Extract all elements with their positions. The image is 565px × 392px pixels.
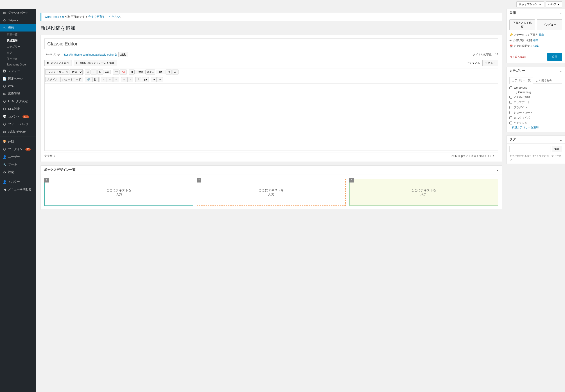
sidebar-item-media[interactable]: 🖼 メディア: [0, 67, 36, 75]
cta-icon: ⬡: [3, 84, 6, 88]
table-button[interactable]: ⊞: [129, 70, 135, 74]
help-button[interactable]: ヘルプ ▼: [546, 1, 562, 7]
add-form-button[interactable]: ☐ お問い合わせフォームを追加: [74, 60, 117, 66]
sidebar-item-feedback[interactable]: ⬡ フィードバック: [0, 120, 36, 128]
sidebar-sub-sort[interactable]: 並べ替え: [0, 56, 36, 62]
display-options-button[interactable]: 表示オプション ▼: [516, 1, 544, 7]
box-section-header[interactable]: ボックスデザイン一覧: [41, 166, 502, 174]
sidebar-item-contact[interactable]: ✉ お問い合わせ: [0, 128, 36, 136]
top-bar: 表示オプション ▼ ヘルプ ▼: [0, 0, 565, 9]
sidebar-sub-categories[interactable]: カテゴリー: [0, 44, 36, 50]
text-tab[interactable]: テキスト: [482, 60, 498, 66]
align-right-button[interactable]: ≡: [113, 77, 119, 82]
post-title-input[interactable]: [44, 39, 498, 49]
tag-add-button[interactable]: 追加: [552, 146, 562, 152]
font-color-button[interactable]: A▾: [113, 70, 120, 74]
sidebar-item-settings[interactable]: ⚙ 設定: [0, 168, 36, 176]
notice-wp-version-link[interactable]: WordPress 5.0: [44, 15, 64, 18]
editor-area[interactable]: [44, 83, 498, 151]
sidebar-item-plugins[interactable]: ⬡ プラグイン 15: [0, 145, 36, 153]
cat-tab-all[interactable]: カテゴリー一覧: [509, 77, 533, 84]
box-design-1: 1 ここにテキストを入力: [44, 178, 193, 206]
table-insert-button[interactable]: ⊞▾: [141, 77, 149, 82]
cat-label-customize: カスタマイズ: [514, 116, 530, 120]
ul-button[interactable]: ≡: [121, 77, 127, 82]
chat-button[interactable]: CHAT: [156, 70, 165, 74]
close-menu-icon: ◀: [3, 188, 6, 191]
cat-tab-popular[interactable]: よく使うもの: [533, 77, 554, 84]
unlink-button[interactable]: ⛓: [92, 77, 99, 82]
cat-label-faq: よくある質問: [514, 95, 530, 99]
sidebar-item-seo[interactable]: ⬡ SEO設定: [0, 105, 36, 113]
cat-checkbox-faq[interactable]: [509, 96, 512, 98]
visibility-edit-link[interactable]: 編集: [533, 39, 538, 42]
underline-button[interactable]: U: [97, 70, 103, 74]
font-size-select[interactable]: フォントサ...: [45, 69, 69, 75]
tag-box-header[interactable]: タグ: [507, 136, 565, 144]
publish-box-header[interactable]: 公開: [507, 9, 565, 17]
align-left-button[interactable]: ≡: [101, 77, 106, 82]
cat-checkbox-wordpress[interactable]: [509, 86, 512, 89]
sidebar-sub-posts-list[interactable]: 投稿一覧: [0, 31, 36, 38]
permalink-url[interactable]: https://jin-theme.com/manual/classic-edi…: [63, 53, 117, 56]
sidebar-item-html-tags[interactable]: ⬡ HTMLタグ設定: [0, 98, 36, 105]
category-box-header[interactable]: カテゴリー: [507, 67, 565, 75]
ol-button[interactable]: ≡: [127, 77, 133, 82]
cat-checkbox-plugin[interactable]: [509, 106, 512, 109]
sidebar-item-close-menu[interactable]: ◀ メニューを閉じる: [0, 186, 36, 193]
shortcode-dropdown[interactable]: ショートコード: [60, 77, 83, 82]
sidebar-item-pages[interactable]: 📄 固定ページ: [0, 75, 36, 83]
style-dropdown[interactable]: スタイル: [45, 77, 60, 82]
sidebar-item-cta[interactable]: ⬡ CTA: [0, 83, 36, 90]
plugins-icon: ⬡: [3, 147, 6, 151]
trash-link[interactable]: ゴミ箱へ移動: [509, 55, 526, 59]
cat-checkbox-gutenberg[interactable]: [514, 91, 517, 94]
sidebar-sub-new-post[interactable]: 新規追加: [0, 38, 36, 44]
status-edit-link[interactable]: 編集: [539, 33, 544, 37]
save-draft-button[interactable]: 下書きとして保存: [509, 19, 535, 30]
italic-button[interactable]: I: [91, 70, 97, 74]
align-center-button[interactable]: ≡: [107, 77, 113, 82]
new-category-link[interactable]: + 新規カテゴリーを追加: [509, 126, 539, 129]
add-media-button[interactable]: 🖼 メディアを追加: [44, 60, 72, 66]
sidebar-item-appearance[interactable]: 🎨 外観: [0, 138, 36, 145]
cat-checkbox-shortcode[interactable]: [509, 111, 512, 114]
cat-checkbox-update[interactable]: [509, 101, 512, 104]
paragraph-select[interactable]: 段落: [70, 69, 83, 75]
strike-button[interactable]: abc: [104, 70, 111, 74]
bg-color-button[interactable]: A▾: [120, 70, 127, 74]
undo-button[interactable]: ↩: [151, 77, 157, 82]
sidebar-item-dashboard[interactable]: ⊞ ダッシュボード: [0, 9, 36, 17]
sidebar-item-posts[interactable]: ✎ 投稿: [0, 24, 36, 31]
sidebar-item-ads[interactable]: ▦ 広告管理: [0, 90, 36, 98]
bold-button[interactable]: B: [85, 70, 90, 74]
schedule-edit-link[interactable]: 編集: [534, 44, 539, 48]
columns-button[interactable]: ⊟: [166, 70, 172, 74]
dashboard-icon: ⊞: [3, 11, 6, 15]
preview-button[interactable]: プレビュー: [537, 19, 562, 30]
sidebar-item-users[interactable]: 👤 ユーザー: [0, 153, 36, 161]
link-button[interactable]: 🔗: [85, 77, 92, 82]
sidebar-sub-taxonomy-order[interactable]: Taxonomy Order: [0, 62, 36, 67]
redo-button[interactable]: ↪: [157, 77, 163, 82]
sidebar-item-avatar[interactable]: 👤 アバター: [0, 178, 36, 186]
cat-checkbox-cache[interactable]: [509, 122, 512, 125]
sidebar-item-jetpack[interactable]: ◎ Jetpack: [0, 17, 36, 24]
print-button[interactable]: 🖨: [172, 70, 179, 74]
sidebar-item-tools[interactable]: 🔧 ツール: [0, 161, 36, 168]
permalink-edit-button[interactable]: 編集: [118, 52, 128, 57]
sidebar-item-comments[interactable]: 💬 コメント 122: [0, 113, 36, 120]
box-num-1: 1: [44, 178, 49, 182]
rank-button[interactable]: RANK: [135, 70, 145, 74]
visual-tab[interactable]: ビジュアル: [464, 60, 482, 66]
cat-checkbox-customize[interactable]: [509, 116, 512, 119]
blockquote-button[interactable]: ❝: [135, 77, 141, 82]
posts-icon: ✎: [3, 26, 6, 29]
box-section-toggle-icon: [496, 168, 499, 172]
notice-update-link[interactable]: 今すぐ更新してください: [88, 15, 120, 18]
tag-input[interactable]: [509, 146, 551, 152]
sidebar-sub-tags[interactable]: タグ: [0, 50, 36, 56]
box-button[interactable]: ボタ...: [145, 70, 155, 74]
publish-button[interactable]: 公開: [547, 53, 562, 61]
cat-item-gutenberg: Gutenberg: [509, 90, 562, 95]
